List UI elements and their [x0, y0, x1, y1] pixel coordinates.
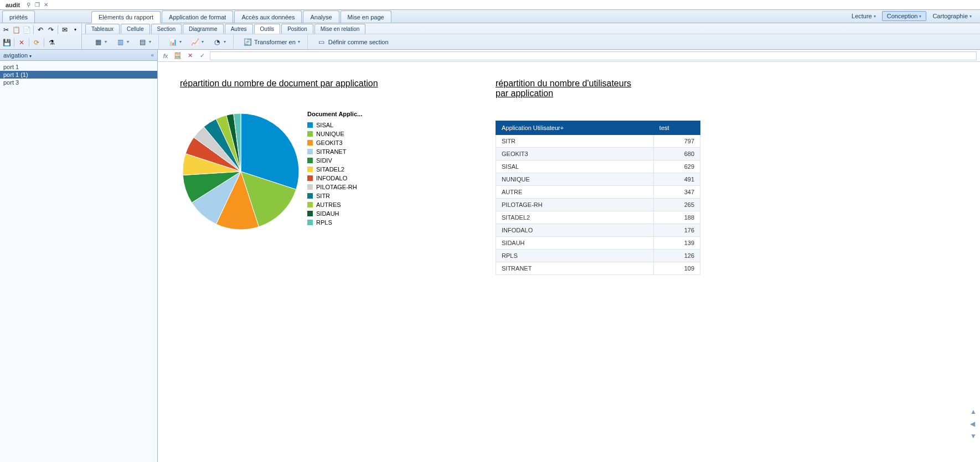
table-header-app[interactable]: Application Utilisateur+ [496, 121, 654, 135]
main-tabs-row: priétés Eléments du rapportApplication d… [0, 10, 980, 23]
table-row[interactable]: SITADEL2188 [496, 211, 700, 224]
sub-tab[interactable]: Position [281, 24, 313, 34]
main-tab[interactable]: Accès aux données [234, 11, 302, 23]
undo-icon[interactable]: ↶ [36, 25, 45, 35]
collapse-icon[interactable]: « [151, 52, 154, 58]
page-up-icon[interactable]: ▲ [970, 408, 977, 416]
cancel-formula-icon[interactable]: ✕ [185, 51, 194, 60]
legend-item: PILOTAGE-RH [307, 183, 362, 191]
table-header-test[interactable]: test [653, 121, 700, 135]
sub-tab[interactable]: Diagramme [183, 24, 224, 34]
save-icon[interactable]: 💾 [2, 38, 12, 48]
table-row[interactable]: SIDAUH139 [496, 237, 700, 250]
legend-item: NUNIQUE [307, 129, 362, 138]
report-canvas[interactable]: répartition du nombre de document par ap… [158, 62, 980, 462]
legend-item: SISAL [307, 121, 362, 129]
main-tab[interactable]: Application de format [162, 11, 233, 23]
refresh-icon[interactable]: ⟳ [32, 38, 42, 48]
crosstab-tool[interactable]: ▥▾ [112, 36, 133, 48]
title-bar: audit ⚲ ❐ ✕ [0, 0, 980, 10]
navigation-header[interactable]: avigation ▾ « [0, 50, 157, 61]
table-row[interactable]: GEOKIT3680 [496, 148, 700, 160]
table-row[interactable]: SITR797 [496, 135, 700, 148]
table-row[interactable]: PILOTAGE-RH265 [496, 199, 700, 211]
section-button[interactable]: ▭Définir comme section [313, 36, 393, 48]
sub-tab[interactable]: Cellule [121, 24, 150, 34]
table-row[interactable]: INFODALO176 [496, 224, 700, 237]
page-down-icon[interactable]: ▼ [970, 432, 977, 440]
main-tab[interactable]: Mise en page [341, 11, 391, 23]
pie-chart-icon: ◔ [213, 38, 221, 46]
transform-icon: 🔄 [243, 38, 252, 46]
wizard-icon[interactable]: 🧮 [173, 51, 182, 60]
form-tool[interactable]: ▤▾ [134, 36, 155, 48]
close-icon[interactable]: ✕ [42, 1, 50, 9]
sub-tab[interactable]: Tableaux [85, 24, 120, 34]
fx-icon[interactable]: fx [161, 51, 170, 60]
data-table[interactable]: Application Utilisateur+ test SITR797GEO… [496, 121, 700, 275]
pie-chart-tool[interactable]: ◔▾ [209, 36, 230, 48]
form-icon: ▤ [138, 38, 147, 46]
pin-icon[interactable]: ⚲ [24, 1, 32, 9]
navigation-title: avigation [3, 52, 28, 59]
sub-tab[interactable]: Outils [254, 24, 281, 34]
pie-chart[interactable] [180, 111, 302, 232]
sub-tab[interactable]: Autres [225, 24, 253, 34]
formula-input[interactable] [210, 51, 977, 60]
mail-icon[interactable]: ✉ [60, 25, 69, 35]
formula-bar: fx 🧮 ✕ ✓ [158, 50, 980, 62]
chart-title: répartition du nombre de document par ap… [180, 79, 446, 89]
mode-button[interactable]: Conception▾ [882, 11, 927, 21]
nav-item[interactable]: port 3 [0, 79, 157, 86]
paste-icon[interactable]: 📄 [22, 25, 31, 35]
page-nav-icons: ▲ ◀ ▼ [970, 408, 977, 440]
redo-icon[interactable]: ↷ [47, 25, 55, 35]
line-chart-icon: 📈 [190, 38, 199, 46]
main-tab[interactable]: Eléments du rapport [91, 11, 161, 23]
legend-title: Document Applic... [307, 111, 362, 117]
table-row[interactable]: AUTRE347 [496, 186, 700, 199]
legend-item: SIDAUH [307, 209, 362, 218]
transformer-label: Transformer en [254, 39, 296, 45]
page-left-icon[interactable]: ◀ [970, 420, 977, 428]
main-tab[interactable]: Analyse [303, 11, 339, 23]
legend-item: SITADEL2 [307, 165, 362, 174]
document-title: audit [2, 2, 23, 8]
nav-item[interactable]: port 1 (1) [0, 71, 157, 79]
chart-legend: Document Applic... SISALNUNIQUEGEOKIT3SI… [307, 111, 362, 227]
sub-tab[interactable]: Section [151, 24, 182, 34]
accept-formula-icon[interactable]: ✓ [198, 51, 207, 60]
section-icon: ▭ [317, 38, 326, 46]
legend-item: RPLS [307, 218, 362, 227]
crosstab-icon: ▥ [116, 38, 125, 46]
mode-button[interactable]: Lecture▾ [847, 11, 881, 21]
table-row[interactable]: RPLS126 [496, 250, 700, 262]
table-row[interactable]: SISAL629 [496, 160, 700, 173]
line-chart-tool[interactable]: 📈▾ [187, 36, 208, 48]
dropdown-icon[interactable]: ▾ [71, 25, 80, 35]
mode-button[interactable]: Cartographie▾ [927, 11, 977, 21]
legend-item: SIDIV [307, 156, 362, 165]
legend-item: AUTRES [307, 200, 362, 209]
copy-icon[interactable]: 📋 [12, 25, 20, 35]
nav-item[interactable]: port 1 [0, 63, 157, 71]
chart-icon: 📊 [168, 38, 177, 46]
delete-icon[interactable]: ✕ [17, 38, 27, 48]
table-row[interactable]: SITRANET109 [496, 262, 700, 275]
legend-item: SITR [307, 191, 362, 200]
chart-tool[interactable]: 📊▾ [164, 36, 185, 48]
chevron-down-icon: ▾ [29, 54, 32, 59]
toolbar-row: ✂ 📋 📄 ↶ ↷ ✉ ▾ 💾 ✕ ⟳ ⚗ TableauxCelluleSec… [0, 23, 980, 50]
table-row[interactable]: NUNIQUE491 [496, 173, 700, 186]
filter-icon[interactable]: ⚗ [47, 38, 56, 48]
side-tab-properties[interactable]: priétés [2, 11, 35, 23]
legend-item: GEOKIT3 [307, 138, 362, 147]
transformer-button[interactable]: 🔄Transformer en▾ [239, 36, 304, 48]
table-tool[interactable]: ▦▾ [90, 36, 111, 48]
sub-tab[interactable]: Mise en relation [314, 24, 366, 34]
legend-item: INFODALO [307, 174, 362, 183]
table-title: répartition du nombre d'utilisateurs par… [496, 79, 700, 98]
restore-icon[interactable]: ❐ [33, 1, 41, 9]
cut-icon[interactable]: ✂ [2, 25, 11, 35]
navigation-panel: avigation ▾ « port 1port 1 (1)port 3 [0, 50, 158, 462]
